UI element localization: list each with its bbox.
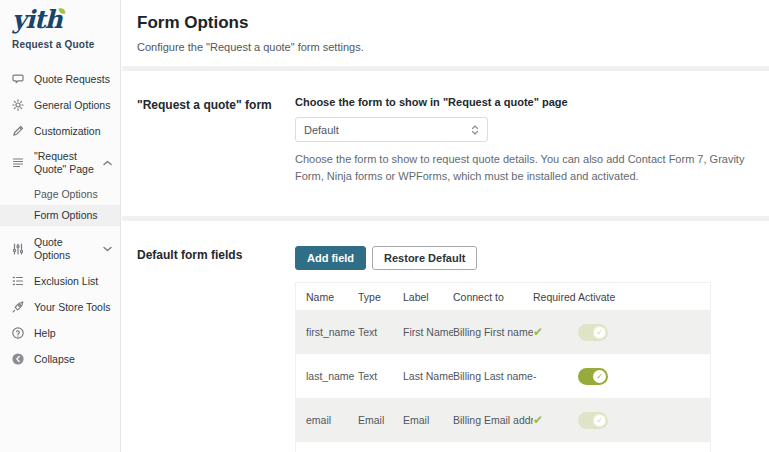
collapse-circle-icon <box>11 352 25 366</box>
sidebar-item-request-quote-page[interactable]: "Request Quote" Page <box>0 144 120 182</box>
question-icon <box>11 326 25 340</box>
rocket-icon <box>11 300 25 314</box>
sidebar-item-collapse[interactable]: Collapse <box>0 346 120 372</box>
pen-icon <box>11 124 25 138</box>
form-select-description: Choose the form to show to request quote… <box>295 151 757 185</box>
list-icon <box>11 274 25 288</box>
sidebar-menu: Quote Requests General Options Customiza… <box>0 66 120 372</box>
sidebar-item-label: General Options <box>34 99 112 112</box>
field-connect-cell: Billing Email address <box>453 414 533 426</box>
field-name-cell: last_name <box>306 370 358 382</box>
page-header: Form Options Configure the "Request a qu… <box>122 0 769 53</box>
chevron-up-icon <box>103 160 112 166</box>
field-connect-cell: Billing First name <box>453 326 533 338</box>
logo-text: yith <box>12 5 62 34</box>
sidebar-item-exclusion-list[interactable]: Exclusion List <box>0 268 120 294</box>
field-label-cell: Last Name <box>403 370 453 382</box>
sidebar: yith Request a Quote Quote Requests Gene… <box>0 0 121 452</box>
default-fields-section: Default form fields Add field Restore De… <box>122 221 769 452</box>
yith-logo: yith <box>12 6 62 34</box>
field-type-cell: Text <box>358 370 403 382</box>
document-lines-icon <box>11 156 25 170</box>
add-field-button[interactable]: Add field <box>295 246 366 270</box>
sidebar-item-label: Your Store Tools <box>34 301 112 314</box>
form-select-value: Default <box>304 124 339 136</box>
product-name: Request a Quote <box>12 39 108 50</box>
sidebar-subitem-form-options[interactable]: Form Options <box>0 205 120 226</box>
sidebar-item-label: Collapse <box>34 353 112 366</box>
table-row: first_name Text First Name Billing First… <box>296 310 710 354</box>
comment-icon <box>11 72 25 86</box>
submenu-item-label: Form Options <box>34 209 98 221</box>
column-header-label: Label <box>403 291 453 303</box>
field-label-cell: First Name <box>403 326 453 338</box>
field-name-cell: first_name <box>306 326 358 338</box>
restore-default-button[interactable]: Restore Default <box>372 246 477 270</box>
submenu-item-label: Page Options <box>34 188 98 200</box>
table-header-row: Name Type Label Connect to Required Acti… <box>296 283 710 310</box>
fields-table: Name Type Label Connect to Required Acti… <box>295 282 711 452</box>
toggle-knob-check-icon: ✓ <box>593 414 606 427</box>
column-header-activate: Activate <box>578 291 710 303</box>
page-subtitle: Configure the "Request a quote" form set… <box>137 41 749 53</box>
field-label-cell: Email <box>403 414 453 426</box>
section-label: "Request a quote" form <box>137 96 295 203</box>
sidebar-item-label: "Request Quote" Page <box>34 150 94 176</box>
form-chooser-section: "Request a quote" form Choose the form t… <box>122 71 769 203</box>
gear-icon <box>11 98 25 112</box>
request-quote-page-submenu: Page Options Form Options <box>0 184 120 226</box>
sidebar-item-label: Customization <box>34 125 112 138</box>
table-row: last_name Text Last Name Billing Last na… <box>296 354 710 398</box>
sidebar-item-quote-options[interactable]: Quote Options <box>0 230 120 268</box>
required-indicator <box>533 325 578 339</box>
field-type-cell: Text <box>358 326 403 338</box>
app-window: yith Request a Quote Quote Requests Gene… <box>0 0 769 452</box>
activate-toggle[interactable]: ✓ <box>578 368 608 385</box>
sidebar-item-label: Help <box>34 327 112 340</box>
main-panel: Form Options Configure the "Request a qu… <box>122 0 769 452</box>
column-header-name: Name <box>306 291 358 303</box>
sidebar-item-quote-requests[interactable]: Quote Requests <box>0 66 120 92</box>
activate-toggle[interactable]: ✓ <box>578 412 608 429</box>
form-select[interactable]: Default <box>295 117 488 142</box>
brand-area: yith Request a Quote <box>0 0 120 50</box>
sidebar-item-customization[interactable]: Customization <box>0 118 120 144</box>
column-header-required: Required <box>533 291 578 303</box>
field-connect-cell: Billing Last name <box>453 370 533 382</box>
sidebar-item-label: Exclusion List <box>34 275 112 288</box>
section-body: Choose the form to show in "Request a qu… <box>295 96 769 203</box>
table-toolbar: Add field Restore Default <box>295 246 769 270</box>
field-type-cell: Email <box>358 414 403 426</box>
table-row: email Email Email Billing Email address … <box>296 398 710 442</box>
column-header-connect-to: Connect to <box>453 291 533 303</box>
sidebar-item-general-options[interactable]: General Options <box>0 92 120 118</box>
sidebar-subitem-page-options[interactable]: Page Options <box>0 184 120 205</box>
section-body: Add field Restore Default Name Type Labe… <box>295 246 769 452</box>
table-row: phone Text Phone Billing Phone - ✓ <box>296 442 710 452</box>
sidebar-item-help[interactable]: Help <box>0 320 120 346</box>
stepper-icon <box>471 124 479 136</box>
field-name-cell: email <box>306 414 358 426</box>
toggle-knob-check-icon: ✓ <box>593 370 606 383</box>
required-indicator <box>533 413 578 427</box>
column-header-type: Type <box>358 291 403 303</box>
sidebar-item-your-store-tools[interactable]: Your Store Tools <box>0 294 120 320</box>
toggle-knob-check-icon: ✓ <box>593 326 606 339</box>
section-label: Default form fields <box>137 246 295 452</box>
activate-toggle[interactable]: ✓ <box>578 324 608 341</box>
chevron-down-icon <box>103 246 112 252</box>
sidebar-item-label: Quote Requests <box>34 73 112 86</box>
sidebar-item-label: Quote Options <box>34 236 94 262</box>
sliders-icon <box>11 242 25 256</box>
form-select-label: Choose the form to show in "Request a qu… <box>295 96 769 108</box>
required-indicator: - <box>533 370 578 382</box>
page-title: Form Options <box>137 13 749 33</box>
